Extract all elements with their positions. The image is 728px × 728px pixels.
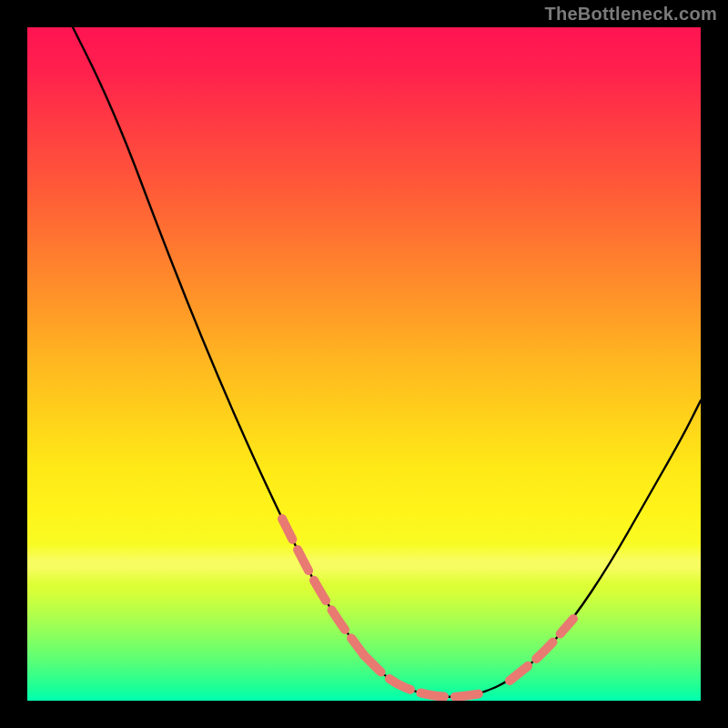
valley-dashes [364,655,482,697]
bottleneck-curve-svg [27,27,701,701]
bottleneck-curve-line [73,27,701,697]
left-descent-dashes [282,519,364,655]
plot-area [27,27,701,701]
chart-stage: TheBottleneck.com [0,0,728,728]
right-ascent-dashes [510,619,573,681]
watermark-text: TheBottleneck.com [544,4,717,25]
